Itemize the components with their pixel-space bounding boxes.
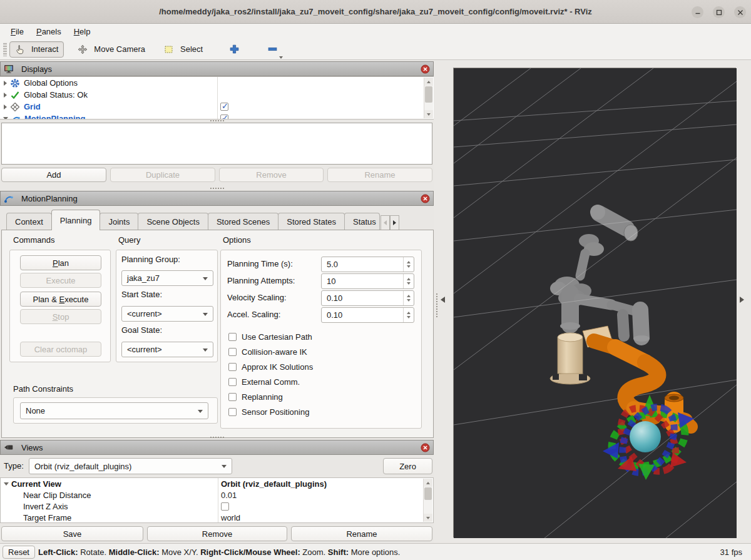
plan-and-execute-button[interactable]: Plan & Execute	[20, 292, 101, 307]
scroll-down-button[interactable]	[424, 110, 433, 118]
expander-icon[interactable]	[4, 104, 7, 109]
execute-button[interactable]: Execute	[20, 273, 101, 288]
menu-help[interactable]: Help	[68, 26, 96, 38]
maximize-button[interactable]	[713, 6, 725, 18]
collapse-left-arrow-icon[interactable]	[441, 297, 445, 303]
tab-scroll-left-button[interactable]	[381, 215, 390, 230]
use-cartesian-path-checkbox[interactable]	[228, 333, 237, 341]
render-viewport-3d[interactable]	[453, 68, 736, 537]
collapse-right-arrow-icon[interactable]	[740, 297, 744, 303]
menu-panels[interactable]: Panels	[31, 26, 67, 38]
tree-row-grid[interactable]: Grid	[0, 101, 434, 113]
plan-button[interactable]: Plan	[20, 255, 101, 270]
external-comm-option[interactable]: External Comm.	[228, 377, 300, 387]
external-comm-checkbox[interactable]	[228, 378, 237, 386]
displays-panel-header[interactable]: Displays	[0, 61, 434, 76]
invert-z-axis-checkbox[interactable]	[221, 502, 229, 511]
close-button[interactable]	[734, 6, 746, 18]
duplicate-display-button[interactable]: Duplicate	[110, 168, 215, 182]
tab-joints[interactable]: Joints	[100, 213, 138, 230]
tab-planning[interactable]: Planning	[51, 210, 101, 230]
replanning-option[interactable]: Replanning	[228, 392, 283, 402]
start-state-select[interactable]: <current>	[121, 306, 213, 322]
sensor-positioning-option[interactable]: Sensor Positioning	[228, 407, 309, 417]
add-tool-button[interactable]	[225, 41, 243, 57]
path-constraints-select[interactable]: None	[20, 402, 208, 419]
scrollbar-thumb[interactable]	[424, 487, 432, 500]
planning-time-spinbox[interactable]: 5.0	[321, 257, 414, 272]
tree-row-global-status[interactable]: Global Status: Ok	[0, 89, 434, 101]
add-display-button[interactable]: Add	[1, 168, 106, 182]
displays-tree-scrollbar[interactable]	[424, 78, 433, 118]
collision-aware-ik-option[interactable]: Collision-aware IK	[228, 347, 307, 357]
viewport-splitter-handle[interactable]	[436, 293, 439, 318]
scroll-down-button[interactable]	[424, 514, 432, 522]
zero-button[interactable]: Zero	[383, 458, 432, 474]
views-tree-scrollbar[interactable]	[423, 479, 432, 522]
tree-row-invert-z[interactable]: Invert Z Axis	[1, 501, 433, 512]
motionplanning-close-icon[interactable]	[421, 194, 430, 203]
tool-dropdown-caret[interactable]	[279, 56, 283, 59]
expander-icon[interactable]	[4, 93, 7, 98]
save-view-button[interactable]: Save	[1, 526, 143, 541]
spin-buttons[interactable]	[403, 274, 414, 288]
rename-display-button[interactable]: Rename	[327, 168, 432, 182]
remove-view-button[interactable]: Remove	[147, 526, 287, 541]
collision-aware-ik-checkbox[interactable]	[228, 348, 237, 356]
tab-scroll-right-button[interactable]	[390, 215, 399, 230]
tree-row-current-view[interactable]: Current View Orbit (rviz_default_plugins…	[1, 478, 433, 489]
remove-display-button[interactable]: Remove	[219, 168, 324, 182]
tree-row-near-clip[interactable]: Near Clip Distance 0.01	[1, 489, 433, 501]
spin-buttons[interactable]	[403, 257, 414, 272]
clear-octomap-button[interactable]: Clear octomap	[20, 342, 101, 357]
tree-row-global-options[interactable]: Global Options	[0, 77, 434, 89]
velocity-scaling-spinbox[interactable]: 0.10	[321, 290, 414, 306]
tree-row-motionplanning[interactable]: MotionPlanning	[0, 113, 434, 120]
tree-row-target-frame[interactable]: Target Frame world	[1, 512, 433, 523]
tab-stored-states[interactable]: Stored States	[278, 213, 345, 230]
motionplanning-enabled-checkbox[interactable]	[220, 115, 228, 120]
grid-enabled-checkbox[interactable]	[220, 103, 228, 111]
spin-buttons[interactable]	[403, 308, 414, 322]
tab-scene-objects[interactable]: Scene Objects	[138, 213, 208, 230]
planning-attempts-spinbox[interactable]: 10	[321, 273, 414, 289]
expander-icon[interactable]	[3, 117, 8, 120]
replanning-checkbox[interactable]	[228, 393, 237, 401]
spin-buttons[interactable]	[403, 291, 414, 305]
sensor-positioning-checkbox[interactable]	[228, 408, 237, 416]
goal-state-select[interactable]: <current>	[121, 342, 213, 357]
menu-file[interactable]: File	[5, 26, 29, 38]
scroll-up-button[interactable]	[424, 479, 432, 487]
panel-splitter-handle[interactable]	[210, 436, 225, 439]
remove-tool-button[interactable]	[263, 41, 282, 57]
views-tree[interactable]: Current View Orbit (rviz_default_plugins…	[0, 477, 434, 523]
marker-center-sphere[interactable]	[630, 421, 661, 452]
rename-view-button[interactable]: Rename	[291, 526, 432, 541]
interact-tool-button[interactable]: Interact	[9, 41, 64, 58]
reset-button[interactable]: Reset	[3, 546, 35, 559]
displays-property-area[interactable]	[1, 123, 432, 165]
scrollbar-thumb[interactable]	[425, 86, 432, 103]
planning-group-select[interactable]: jaka_zu7	[121, 270, 213, 286]
views-close-icon[interactable]	[421, 443, 430, 452]
toolbar-drag-handle[interactable]	[3, 43, 7, 56]
tab-status[interactable]: Status	[344, 213, 380, 230]
tree-row-value[interactable]: 0.01	[221, 491, 237, 500]
scroll-up-button[interactable]	[424, 78, 433, 86]
select-tool-button[interactable]: Select	[159, 42, 208, 57]
tab-stored-scenes[interactable]: Stored Scenes	[208, 213, 278, 230]
expander-icon[interactable]	[4, 81, 7, 86]
accel-scaling-spinbox[interactable]: 0.10	[321, 307, 414, 323]
views-panel-header[interactable]: Views	[0, 440, 434, 455]
expander-icon[interactable]	[4, 482, 9, 486]
tree-row-value[interactable]: world	[221, 513, 240, 522]
displays-close-icon[interactable]	[421, 64, 430, 74]
panel-splitter-handle[interactable]	[210, 187, 225, 190]
approx-ik-solutions-option[interactable]: Approx IK Solutions	[228, 362, 313, 372]
minimize-button[interactable]	[692, 6, 703, 18]
use-cartesian-path-option[interactable]: Use Cartesian Path	[228, 332, 312, 342]
move-camera-tool-button[interactable]: Move Camera	[73, 42, 150, 57]
motionplanning-panel-header[interactable]: MotionPlanning	[0, 191, 434, 206]
view-type-select[interactable]: Orbit (rviz_default_plugins)	[29, 458, 232, 474]
displays-tree[interactable]: Global Options Global Status: Ok Grid	[0, 76, 434, 120]
